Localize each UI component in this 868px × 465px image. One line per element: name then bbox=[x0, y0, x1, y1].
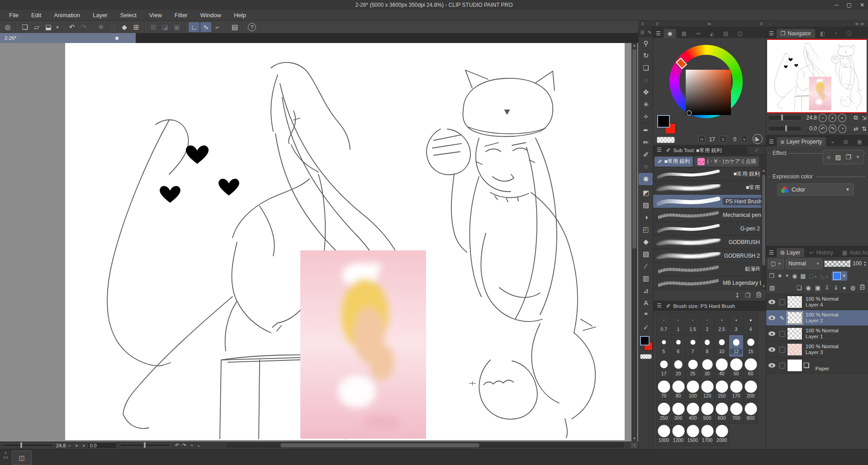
timeline-palette-button[interactable]: ◫ bbox=[12, 451, 32, 465]
clear-memory-button[interactable]: ✺ bbox=[95, 22, 106, 32]
layer-visibility-toggle[interactable] bbox=[766, 331, 777, 336]
nav-rotate-right-button[interactable]: ↷ bbox=[829, 125, 837, 133]
zoom-out-button[interactable]: − bbox=[66, 443, 73, 448]
undo-button[interactable]: ↶ bbox=[66, 22, 77, 32]
canvas-page[interactable] bbox=[65, 43, 625, 440]
text-tool[interactable]: A bbox=[639, 297, 653, 309]
layer-visibility-toggle[interactable] bbox=[766, 363, 777, 368]
brush-size-250[interactable]: 250 bbox=[656, 401, 671, 424]
scale-rotate-button[interactable]: ⊠ bbox=[148, 22, 159, 32]
eyedropper-tool[interactable]: ✧ bbox=[639, 110, 653, 123]
toolstrip-minibar[interactable]: ‖ bbox=[638, 21, 653, 27]
lock-layer-icon[interactable]: ◉ bbox=[792, 273, 797, 279]
layer-thumbnail[interactable] bbox=[787, 312, 802, 324]
hsv-label-h[interactable]: H bbox=[698, 136, 705, 143]
border-effect-icon[interactable]: ○ bbox=[827, 153, 830, 161]
open-file-button[interactable]: ▱ bbox=[31, 22, 42, 32]
tab-layer-property[interactable]: ⧈ Layer Property bbox=[777, 137, 826, 146]
brush-size-300[interactable]: 300 bbox=[671, 401, 686, 424]
enable-keyframes-icon[interactable]: ✷ bbox=[778, 273, 783, 279]
brush-size-15[interactable]: 15 bbox=[743, 335, 758, 357]
brush-size-30[interactable]: 30 bbox=[700, 357, 715, 379]
layer-thumbnail[interactable] bbox=[787, 296, 802, 308]
close-button[interactable]: ✕ bbox=[860, 2, 864, 8]
layer-reflect-icon[interactable]: ❐ bbox=[846, 153, 852, 161]
selection-tool[interactable]: ◌ bbox=[639, 74, 653, 86]
new-file-button[interactable]: ❏ bbox=[19, 22, 30, 32]
brush-size-400[interactable]: 400 bbox=[685, 401, 700, 424]
minimize-button[interactable]: ─ bbox=[835, 2, 839, 8]
move-tool[interactable]: ✥ bbox=[639, 86, 653, 98]
layer-thumbnail[interactable] bbox=[787, 327, 802, 340]
material-palette-button[interactable]: ▤ bbox=[229, 22, 240, 32]
brush-size-4[interactable]: 4 bbox=[743, 312, 758, 335]
rotate-reset-button[interactable]: ◔ bbox=[188, 443, 195, 448]
zoom-slider[interactable] bbox=[3, 444, 53, 447]
flip-horizontal-icon[interactable]: ⇄ bbox=[852, 125, 860, 132]
brush-size-17[interactable]: 17 bbox=[656, 357, 671, 379]
nav-zoom-reset-button[interactable]: ▪ bbox=[838, 114, 846, 122]
menu-help[interactable]: Help bbox=[228, 10, 252, 21]
menu-edit[interactable]: Edit bbox=[25, 10, 47, 21]
brush-size-50[interactable]: 50 bbox=[729, 357, 744, 379]
brush-size-7[interactable]: 7 bbox=[685, 335, 700, 357]
figure-tool[interactable]: ∕ bbox=[639, 260, 653, 272]
hamburger-icon[interactable]: ☰ bbox=[656, 30, 661, 37]
collapse-controls-button[interactable]: ‹ bbox=[195, 443, 202, 448]
tab-intermediate-color[interactable]: ▤ bbox=[719, 29, 732, 38]
airbrush-tool[interactable]: ⁘ bbox=[639, 161, 653, 173]
liquify-tool[interactable]: ◰ bbox=[639, 223, 653, 235]
redo-button[interactable]: ↷ bbox=[78, 22, 89, 32]
scroll-right-arrow[interactable]: › bbox=[631, 442, 637, 448]
right-column-minibar[interactable]: ›≫ ≪ bbox=[766, 21, 868, 27]
main-color-swatch[interactable] bbox=[640, 336, 650, 345]
auto-select-tool[interactable]: ✳ bbox=[639, 98, 653, 110]
snap-to-ruler-button[interactable]: ∟ bbox=[189, 22, 199, 32]
dock-expand-chevrons[interactable]: ∧∨∨ bbox=[3, 451, 9, 460]
fill-button[interactable]: ◆ bbox=[119, 22, 130, 32]
tone-effect-icon[interactable]: ▨ bbox=[835, 153, 841, 161]
menu-animation[interactable]: Animation bbox=[47, 10, 86, 21]
save-file-button[interactable]: ⬓ bbox=[43, 22, 54, 32]
apply-mask-icon[interactable]: ◍ bbox=[850, 284, 855, 291]
brush-size-1.5[interactable]: 1.5 bbox=[685, 312, 700, 335]
chevron-down-icon[interactable]: ▼ bbox=[856, 155, 860, 159]
onion-skin-icon[interactable]: ⌖ bbox=[786, 272, 789, 279]
transparent-color-swatch[interactable] bbox=[640, 354, 652, 359]
transfer-to-lower-layer-icon[interactable]: ⇩ bbox=[825, 284, 830, 291]
tab-tool-property-2[interactable]: ◍ bbox=[839, 137, 852, 146]
layer-row-layer-1[interactable]: 100 % NormalLayer 1 bbox=[766, 326, 868, 342]
nav-rotate-left-button[interactable]: ↶ bbox=[819, 125, 827, 133]
clip-to-layer-below-icon[interactable]: ❐ bbox=[769, 273, 774, 279]
horizontal-scroll-thumb[interactable] bbox=[280, 443, 479, 447]
brush-size-100[interactable]: 100 bbox=[685, 379, 700, 402]
brush-item[interactable]: GODBRUSH 2 bbox=[653, 249, 766, 263]
frame-border-tool[interactable]: ▥ bbox=[639, 272, 653, 284]
new-folder-icon[interactable]: ▣ bbox=[815, 284, 821, 291]
eraser-tool[interactable]: ◩ bbox=[639, 187, 653, 199]
tab-animation-cel[interactable]: ◒ bbox=[827, 137, 838, 146]
tab-information[interactable]: ⓘ bbox=[842, 29, 856, 38]
tab-color-set[interactable]: ▦ bbox=[677, 29, 690, 38]
brush-size-0.7[interactable]: 0.7 bbox=[656, 312, 671, 335]
vertical-scroll-thumb[interactable] bbox=[632, 49, 636, 249]
brush-item[interactable]: ■常用 bbox=[653, 181, 766, 195]
hamburger-icon[interactable]: ☰ bbox=[769, 249, 774, 256]
opacity-spinner[interactable]: ▲▼ bbox=[863, 260, 867, 267]
menu-select[interactable]: Select bbox=[114, 10, 143, 21]
layer-color-dropdown[interactable]: ▼ bbox=[832, 271, 847, 281]
layer-row-paper[interactable]: ❏Paper bbox=[766, 358, 868, 374]
rotate-value-field[interactable]: 0.0 bbox=[87, 442, 117, 449]
layer-thumbnail[interactable] bbox=[787, 359, 802, 372]
snap-to-grid-button[interactable]: ⌐ bbox=[212, 22, 223, 32]
layer-visibility-toggle[interactable] bbox=[766, 300, 777, 304]
scroll-up-arrow[interactable]: ▲ bbox=[631, 43, 637, 48]
brush-size-200[interactable]: 200 bbox=[743, 379, 758, 402]
sub-tool-group-tab-1[interactable]: •‿•(・∀・)カケアミ点描 bbox=[694, 157, 759, 167]
brush-item[interactable]: ■常用 鋭利 bbox=[653, 168, 766, 181]
main-color-swatch[interactable] bbox=[657, 115, 670, 128]
combine-with-lower-layer-icon[interactable]: ⇓ bbox=[834, 284, 839, 291]
pen-tool[interactable]: ✒ bbox=[639, 124, 653, 136]
perspective-tool[interactable]: ⊿ bbox=[639, 284, 653, 297]
rotate-right-button[interactable]: ↷ bbox=[180, 442, 188, 448]
